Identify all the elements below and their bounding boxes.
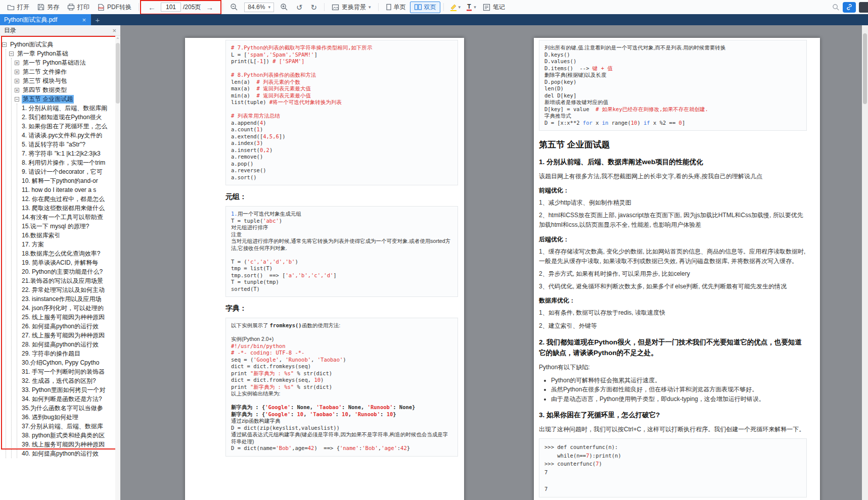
toc-question-item[interactable]: 24. json序列化时，可以处理的 bbox=[22, 304, 115, 313]
toc-section-item[interactable]: +第四节 数据类型 bbox=[15, 85, 115, 94]
toc-chapter-label: 第一章 Python基础 bbox=[16, 49, 69, 58]
prev-page-button[interactable]: ← bbox=[145, 2, 159, 13]
text-color-tool-button[interactable]: T ▾ bbox=[463, 2, 479, 12]
toc-question-item[interactable]: 4. 请谈谈.pyc文件和.py文件的 bbox=[22, 131, 115, 140]
single-page-view-button[interactable]: 单页 bbox=[382, 2, 410, 13]
toc-question-item[interactable]: 8. 利用切片操作，实现一个trim bbox=[22, 158, 115, 167]
section-heading: 第五节 企业面试题 bbox=[539, 139, 807, 151]
code-line: a.extend([4,5,6]) bbox=[231, 133, 452, 140]
document-scrollbar[interactable] bbox=[862, 25, 868, 500]
open-button[interactable]: 打开 bbox=[3, 2, 33, 13]
toc-question-item[interactable]: 26. 如何提高python的运行效 bbox=[22, 322, 115, 331]
collapse-icon[interactable]: − bbox=[9, 52, 14, 56]
page-number-input[interactable] bbox=[161, 3, 181, 12]
zoom-in-button[interactable] bbox=[276, 2, 292, 13]
toc-scrollbar-thumb[interactable] bbox=[116, 43, 120, 104]
document-tab[interactable]: Python面试宝典.pdf × bbox=[0, 14, 91, 25]
save-as-button[interactable]: 另存 bbox=[33, 2, 63, 13]
toc-question-item[interactable]: 12. 你在爬虫过程中，都是怎么 bbox=[22, 194, 115, 204]
code-line: 新增或者是修改键对应的值 bbox=[544, 99, 801, 106]
toc-question-item[interactable]: 7. 将字符串 "k:1 |k1:2|k2:3|k3 bbox=[22, 149, 115, 158]
next-page-button[interactable]: → bbox=[203, 2, 216, 13]
toc-question-item[interactable]: 39. 线上服务可能因为种种原因 bbox=[22, 440, 115, 449]
toc-question-item[interactable]: 9. 请设计一个decorator，它可 bbox=[22, 167, 115, 176]
toc-question-item[interactable]: 40. 如何提高python的运行效 bbox=[22, 449, 115, 458]
toc-question-item[interactable]: 14.有没有一个工具可以帮助查 bbox=[22, 213, 115, 222]
code-line: D = dict(name='Bob',age=42) ==> {'name':… bbox=[231, 445, 452, 452]
toc-question-item[interactable]: 1. 分别从前端、后端、数据库阐 bbox=[22, 104, 115, 113]
toc-question-item[interactable]: 30.介绍Cython, Pypy Cpytho bbox=[22, 358, 115, 367]
toc-section-item[interactable]: +第一节 Python基础语法 bbox=[15, 58, 115, 67]
search-icon[interactable] bbox=[832, 4, 840, 11]
toc-scrollbar[interactable]: ^ bbox=[115, 36, 120, 500]
code-line: len(D) bbox=[544, 85, 801, 92]
toc-question-item[interactable]: 20. Python的主要功能是什么? bbox=[22, 267, 115, 276]
toc-question-item[interactable]: 25. 线上服务可能因为种种原因 bbox=[22, 313, 115, 322]
toc-question-item[interactable]: 29. 字符串的操作题目 bbox=[22, 349, 115, 358]
toc-question-item[interactable]: 18.数据库怎么优化查询效率? bbox=[22, 249, 115, 258]
page-navigation: ← /205页 → bbox=[142, 2, 219, 13]
paragraph-item: 1、缓存存储读写次数高, 变化少的数据, 比如网站首页的信息、商品的信息等。应用… bbox=[539, 247, 807, 266]
code-line: 注意 bbox=[231, 231, 452, 238]
toolbar-right-group bbox=[832, 2, 865, 13]
toc-chapter-item[interactable]: − 第一章 Python基础 bbox=[9, 49, 115, 58]
expand-icon[interactable]: + bbox=[15, 61, 19, 65]
double-page-view-button[interactable]: 双页 bbox=[410, 2, 440, 13]
change-background-button[interactable]: 更换背景 ▾ bbox=[328, 2, 375, 13]
chevron-down-icon: ▾ bbox=[268, 5, 270, 10]
toc-question-item[interactable]: 16.数据库索引 bbox=[22, 231, 115, 240]
toc-question-item[interactable]: 23. isinstance作用以及应用场 bbox=[22, 294, 115, 304]
toc-question-item[interactable]: 36. 遇到bug如何处理 bbox=[22, 413, 115, 422]
toc-section-item[interactable]: +第二节 文件操作 bbox=[15, 67, 115, 76]
print-button[interactable]: 打印 bbox=[63, 2, 94, 13]
collapse-icon[interactable]: − bbox=[2, 42, 7, 47]
undo-button[interactable]: ↺ bbox=[292, 2, 307, 13]
toc-question-item[interactable]: 33. Python里面如何拷贝一个对 bbox=[22, 385, 115, 394]
collapse-icon[interactable]: − bbox=[15, 97, 19, 102]
toc-section-item[interactable]: +第三节 模块与包 bbox=[15, 76, 115, 85]
toc-question-item[interactable]: 13. 爬取这些数据都用来做什么 bbox=[22, 204, 115, 213]
toc-question-item[interactable]: 2. 我们都知道现在Python很火 bbox=[22, 113, 115, 122]
new-tab-button[interactable]: + bbox=[91, 14, 104, 25]
toc-question-item[interactable]: 27. 线上服务可能因为种种原因 bbox=[22, 331, 115, 340]
toc-question-item[interactable]: 21.装饰器的写法以及应用场景 bbox=[22, 276, 115, 285]
scroll-up-icon[interactable]: ^ bbox=[115, 36, 120, 42]
toc-question-item[interactable]: 28. 如何提高python的运行效 bbox=[22, 340, 115, 349]
toc-question-item[interactable]: 32. 生成器，迭代器的区别? bbox=[22, 376, 115, 385]
expand-icon[interactable]: + bbox=[15, 79, 19, 83]
toc-question-item[interactable]: 11. how do I iterate over a s bbox=[22, 185, 115, 194]
toc-question-item[interactable]: 37.分别从前端、后端、数据库 bbox=[22, 422, 115, 431]
zoom-out-button[interactable] bbox=[226, 2, 242, 13]
toc-question-item[interactable]: 38. python新式类和经典类的区 bbox=[22, 431, 115, 440]
toc-question-item[interactable]: 35.为什么函数名字可以当做参 bbox=[22, 404, 115, 413]
toc-section-item[interactable]: −第五节 企业面试题 bbox=[15, 94, 115, 104]
share-link-button[interactable] bbox=[843, 2, 856, 13]
code-line: 通过赋值表达式元组构建字典(键必须是字符串,因为如果不是字符串,构造的时候也会当… bbox=[231, 431, 452, 445]
expand-icon[interactable]: + bbox=[15, 88, 19, 92]
toc-question-item[interactable]: 22. 异常处理写法以及如何主动 bbox=[22, 285, 115, 294]
toc-question-item[interactable]: 5. 请反转字符串 "aStr"? bbox=[22, 140, 115, 149]
toc-question-item[interactable]: 17. 方案 bbox=[22, 240, 115, 249]
expand-icon[interactable]: + bbox=[15, 70, 19, 74]
toc-question-item[interactable]: 19. 简单谈谈ACID, 并解释每 bbox=[22, 258, 115, 267]
document-scrollbar-thumb[interactable] bbox=[863, 33, 867, 104]
single-page-label: 单页 bbox=[394, 3, 406, 12]
redo-button[interactable]: ↻ bbox=[307, 2, 322, 13]
toc-question-item[interactable]: 34. 如何判断是函数还是方法? bbox=[22, 394, 115, 404]
chevron-down-icon: ▾ bbox=[369, 5, 371, 10]
toc-root-item[interactable]: − Python面试宝典 bbox=[2, 40, 115, 49]
app-menu-button[interactable] bbox=[859, 2, 868, 13]
sidebar-close-icon[interactable]: × bbox=[112, 27, 116, 34]
toc-question-item[interactable]: 3. 如果你困在了死循环里，怎么 bbox=[22, 122, 115, 131]
notes-button[interactable]: 笔记 bbox=[479, 2, 509, 13]
pdf-convert-button[interactable]: PDF PDF转换 bbox=[94, 2, 135, 13]
bullet-item: 由于是动态语言，Python使用鸭子类型，即duck-typing，这会增加运行… bbox=[551, 395, 807, 404]
toc-question-item[interactable]: 10. 解释一下python的and-or bbox=[22, 176, 115, 185]
code-line: 以上实例输出结果为: bbox=[231, 390, 452, 397]
zoom-level-dropdown[interactable]: 84.6% ▾ bbox=[244, 3, 274, 12]
tab-close-icon[interactable]: × bbox=[81, 16, 87, 24]
toolbar-separator bbox=[222, 3, 223, 11]
highlighter-tool-button[interactable]: ▾ bbox=[447, 2, 464, 12]
toc-question-item[interactable]: 15.说一下 mysql 的原理? bbox=[22, 222, 115, 231]
toc-question-item[interactable]: 31. 手写一个判断时间的装饰器 bbox=[22, 367, 115, 376]
